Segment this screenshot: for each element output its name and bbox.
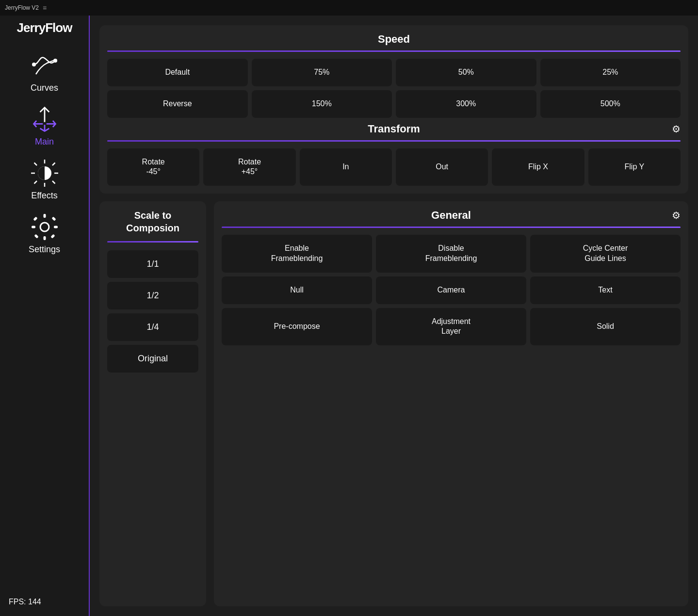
camera-btn[interactable]: Camera (376, 276, 526, 304)
transform-title: Transform (368, 123, 420, 135)
svg-rect-16 (43, 214, 46, 218)
svg-rect-18 (32, 226, 35, 228)
effects-icon (30, 159, 59, 188)
sidebar: JerryFlow Curves (0, 16, 90, 616)
transform-header: Transform ⚙ (107, 123, 681, 135)
svg-rect-22 (34, 234, 38, 238)
svg-line-12 (52, 181, 55, 184)
speed-title: Speed (107, 33, 681, 46)
transform-divider (107, 140, 681, 142)
speed-150-btn[interactable]: 150% (252, 90, 392, 118)
scale-divider (107, 241, 198, 243)
speed-500-btn[interactable]: 500% (540, 90, 681, 118)
speed-reverse-btn[interactable]: Reverse (107, 90, 248, 118)
sidebar-logo: JerryFlow (17, 20, 72, 35)
general-gear-icon[interactable]: ⚙ (672, 210, 681, 221)
rotate-minus45-btn[interactable]: Rotate-45° (107, 148, 199, 186)
svg-line-13 (52, 163, 55, 166)
app-title: JerryFlow V2 (5, 4, 39, 11)
precompose-btn[interactable]: Pre-compose (222, 308, 372, 346)
cycle-center-btn[interactable]: Cycle CenterGuide Lines (530, 235, 681, 273)
transform-gear-icon[interactable]: ⚙ (672, 123, 681, 135)
speed-75-btn[interactable]: 75% (252, 59, 392, 86)
speed-divider (107, 50, 681, 52)
scale-original-btn[interactable]: Original (107, 345, 198, 373)
in-btn[interactable]: In (300, 148, 392, 186)
curves-icon (30, 51, 59, 80)
text-btn[interactable]: Text (530, 276, 681, 304)
speed-row2: Reverse 150% 300% 500% (107, 90, 681, 118)
sidebar-item-effects[interactable]: Effects (0, 153, 89, 207)
scale-title: Scale toComposion (107, 209, 198, 234)
adjustment-layer-btn[interactable]: AdjustmentLayer (376, 308, 526, 346)
main-content: Speed Default 75% 50% 25% Reverse 150% 3… (90, 16, 698, 616)
scale-panel: Scale toComposion 1/1 1/2 1/4 Original (99, 201, 206, 606)
general-row3: Pre-compose AdjustmentLayer Solid (222, 308, 681, 346)
settings-label: Settings (29, 244, 60, 255)
out-btn[interactable]: Out (396, 148, 488, 186)
title-bar: JerryFlow V2 ≡ (0, 0, 698, 16)
scale-1-4-btn[interactable]: 1/4 (107, 313, 198, 341)
speed-default-btn[interactable]: Default (107, 59, 248, 86)
speed-300-btn[interactable]: 300% (396, 90, 536, 118)
app-layout: JerryFlow Curves (0, 16, 698, 616)
sidebar-item-curves[interactable]: Curves (0, 45, 89, 99)
effects-label: Effects (31, 191, 58, 201)
speed-50-btn[interactable]: 50% (396, 59, 536, 86)
flipx-btn[interactable]: Flip X (492, 148, 584, 186)
svg-rect-19 (54, 226, 58, 228)
solid-btn[interactable]: Solid (530, 308, 681, 346)
speed-25-btn[interactable]: 25% (540, 59, 681, 86)
svg-rect-20 (33, 216, 37, 221)
svg-rect-23 (50, 234, 55, 238)
main-icon (30, 105, 59, 134)
general-title: General (431, 209, 471, 222)
menu-icon[interactable]: ≡ (43, 4, 47, 12)
general-divider (222, 227, 681, 228)
sidebar-item-main[interactable]: Main (0, 99, 89, 153)
general-header: General ⚙ (222, 209, 681, 222)
speed-panel: Speed Default 75% 50% 25% Reverse 150% 3… (99, 25, 688, 194)
scale-1-2-btn[interactable]: 1/2 (107, 282, 198, 309)
speed-row1: Default 75% 50% 25% (107, 59, 681, 86)
svg-rect-17 (43, 236, 46, 240)
svg-line-14 (34, 181, 37, 184)
svg-rect-21 (51, 216, 56, 221)
bottom-row: Scale toComposion 1/1 1/2 1/4 Original G… (99, 201, 688, 606)
flipy-btn[interactable]: Flip Y (588, 148, 681, 186)
general-panel: General ⚙ EnableFrameblending DisableFra… (214, 201, 688, 606)
transform-buttons: Rotate-45° Rotate+45° In Out Flip X Flip… (107, 148, 681, 186)
main-label: Main (35, 137, 54, 147)
general-row1: EnableFrameblending DisableFrameblending… (222, 235, 681, 273)
svg-line-11 (34, 163, 37, 166)
rotate-plus45-btn[interactable]: Rotate+45° (203, 148, 295, 186)
scale-1-1-btn[interactable]: 1/1 (107, 250, 198, 278)
settings-icon (30, 212, 59, 242)
fps-display: FPS: 144 (0, 588, 41, 611)
disable-frameblend-btn[interactable]: DisableFrameblending (376, 235, 526, 273)
general-row2: Null Camera Text (222, 276, 681, 304)
null-btn[interactable]: Null (222, 276, 372, 304)
sidebar-item-settings[interactable]: Settings (0, 207, 89, 260)
curves-label: Curves (31, 83, 58, 93)
enable-frameblend-btn[interactable]: EnableFrameblending (222, 235, 372, 273)
svg-point-15 (40, 223, 49, 231)
